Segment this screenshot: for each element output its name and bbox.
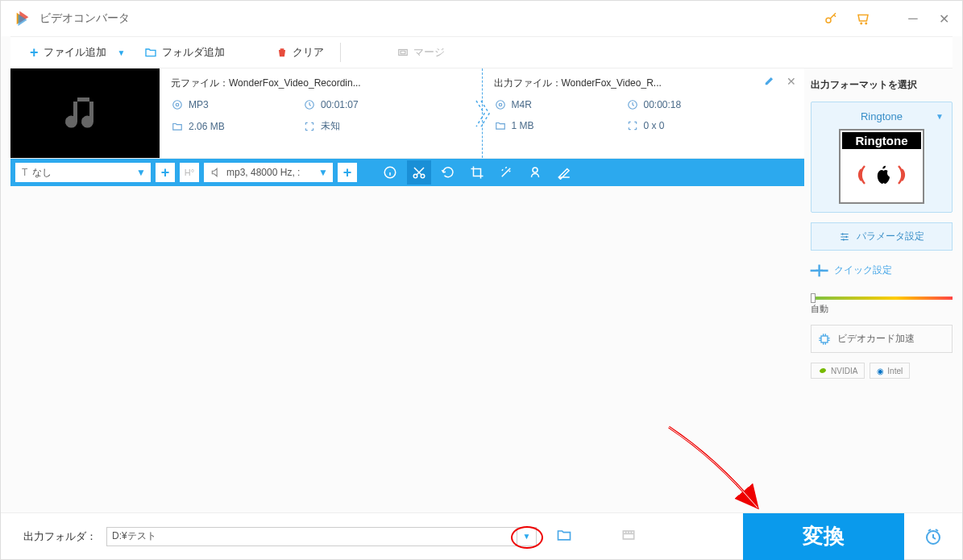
minimize-button[interactable]: ─ <box>907 13 919 24</box>
quick-settings-label: ━╋━ クイック設定 <box>811 260 953 280</box>
svg-point-0 <box>826 18 831 23</box>
schedule-button[interactable] <box>904 513 962 560</box>
intel-chip: ◉Intel <box>870 363 910 379</box>
footer: 出力フォルダ： ▼ 変換 <box>1 512 962 559</box>
key-icon[interactable] <box>824 11 838 26</box>
titlebar: ビデオコンバータ ─ ✕ <box>1 1 962 36</box>
signal-right-icon <box>895 163 910 187</box>
chevron-down-icon: ▼ <box>136 167 146 178</box>
add-audio-button[interactable]: + <box>338 163 357 182</box>
chevron-down-icon: ▼ <box>936 112 944 121</box>
plus-icon: + <box>343 164 352 181</box>
folder-icon <box>144 46 157 59</box>
cut-button[interactable] <box>407 160 431 185</box>
svg-rect-1 <box>399 50 408 56</box>
chevron-down-icon: ▼ <box>523 532 531 541</box>
format-section-label: 出力フォーマットを選択 <box>811 78 953 92</box>
folder-icon <box>494 119 507 132</box>
folder-icon <box>171 120 184 133</box>
path-dropdown-button[interactable]: ▼ <box>517 527 537 546</box>
output-path-input[interactable] <box>106 527 517 546</box>
chevron-down-icon: ▼ <box>318 167 328 178</box>
sidebar: 出力フォーマットを選択 Ringtone ▼ Ringtone パラメ <box>804 68 962 512</box>
arrow-icon <box>475 99 491 128</box>
edit-button[interactable] <box>552 160 576 185</box>
crop-button[interactable] <box>465 160 489 185</box>
svg-point-4 <box>176 103 179 106</box>
convert-button[interactable]: 変換 <box>743 513 904 560</box>
edit-icon[interactable] <box>764 75 775 89</box>
parameter-settings-button[interactable]: パラメータ設定 <box>811 222 953 251</box>
add-folder-label: フォルダ追加 <box>162 45 225 60</box>
trash-icon <box>276 47 288 58</box>
cart-icon[interactable] <box>856 11 870 26</box>
audio-dropdown[interactable]: mp3, 48000 Hz, : ▼ <box>204 163 333 182</box>
sliders-icon <box>839 231 850 243</box>
clock-icon <box>626 98 639 111</box>
merge-icon <box>397 47 409 58</box>
slider-handle[interactable] <box>811 293 816 303</box>
dimensions-icon <box>626 119 639 132</box>
add-folder-button[interactable]: フォルダ追加 <box>135 37 235 68</box>
file-item: 元ファイル：WonderFox_Video_Recordin... MP3 00… <box>10 68 804 159</box>
open-folder-button[interactable] <box>556 527 572 546</box>
svg-rect-13 <box>821 336 828 342</box>
close-icon[interactable]: ✕ <box>787 75 796 88</box>
watermark-button[interactable] <box>523 160 547 185</box>
info-button[interactable] <box>378 160 402 185</box>
svg-point-12 <box>533 168 538 172</box>
chip-icon <box>818 333 831 346</box>
h-icon: H° <box>185 168 194 177</box>
format-preview: Ringtone <box>839 129 924 204</box>
format-card[interactable]: Ringtone ▼ Ringtone <box>811 102 953 213</box>
speaker-icon <box>210 167 222 178</box>
rotate-button[interactable] <box>436 160 460 185</box>
add-file-button[interactable]: + ファイル追加 ▼ <box>20 37 135 68</box>
clear-button[interactable]: クリア <box>267 37 334 68</box>
svg-point-7 <box>499 103 502 106</box>
intel-icon: ◉ <box>877 367 884 375</box>
plus-icon: + <box>30 44 39 61</box>
dimensions-icon <box>303 120 316 133</box>
music-note-icon <box>61 89 110 138</box>
subtitle-dropdown[interactable]: T なし ▼ <box>15 163 151 182</box>
nvidia-chip: NVIDIA <box>811 363 865 379</box>
add-subtitle-button[interactable]: + <box>156 163 175 182</box>
output-file-panel: ✕ 出力ファイル：WonderFox_Video_R... M4R 00:00:… <box>483 68 805 158</box>
format-name: Ringtone <box>861 110 903 122</box>
text-icon: T <box>22 167 27 178</box>
gpu-accel-toggle[interactable]: ビデオカード加速 <box>811 325 953 353</box>
merge-button[interactable]: マージ <box>388 37 455 68</box>
svg-point-3 <box>173 101 182 110</box>
slider-auto-label: 自動 <box>811 303 953 315</box>
quality-slider[interactable]: 自動 <box>811 290 953 315</box>
clock-icon <box>303 98 316 111</box>
action-bar: T なし ▼ + H° mp3, 48000 Hz, : ▼ + <box>10 159 804 186</box>
nvidia-icon <box>818 366 828 375</box>
output-folder-label: 出力フォルダ： <box>23 529 97 544</box>
source-file-panel: 元ファイル：WonderFox_Video_Recordin... MP3 00… <box>160 68 483 158</box>
app-title: ビデオコンバータ <box>39 11 130 26</box>
film-icon[interactable] <box>621 527 637 546</box>
chevron-down-icon[interactable]: ▼ <box>118 48 126 57</box>
close-button[interactable]: ✕ <box>938 13 949 24</box>
plus-icon: + <box>161 164 170 181</box>
signal-left-icon <box>853 163 868 187</box>
add-file-label: ファイル追加 <box>44 45 106 60</box>
app-logo-icon <box>14 10 31 27</box>
subtitle-options-button[interactable]: H° <box>180 163 199 182</box>
disc-icon <box>494 98 507 111</box>
toolbar: + ファイル追加 ▼ フォルダ追加 クリア マージ <box>10 36 953 68</box>
svg-rect-2 <box>401 51 406 54</box>
effects-button[interactable] <box>494 160 518 185</box>
disc-icon <box>171 98 184 111</box>
svg-point-6 <box>496 101 504 110</box>
clear-label: クリア <box>293 45 324 60</box>
divider <box>340 43 341 62</box>
apple-icon <box>870 161 894 189</box>
thumbnail[interactable] <box>10 68 160 158</box>
merge-label: マージ <box>413 45 445 60</box>
